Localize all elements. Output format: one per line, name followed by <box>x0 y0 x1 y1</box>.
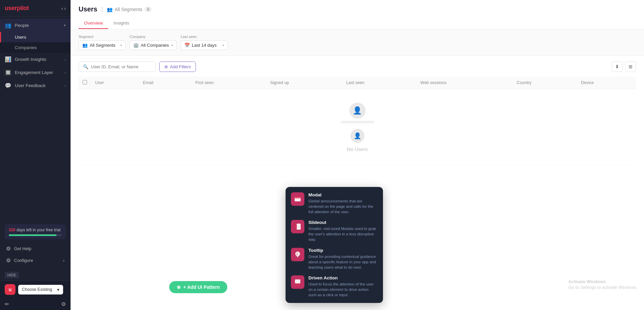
trial-box: 330 days left in your free trial <box>5 224 66 239</box>
download-button[interactable]: ⬇ <box>612 61 622 72</box>
activate-windows-line1: Activate Windows <box>568 279 637 284</box>
empty-avatar-2: 👤 <box>350 129 364 143</box>
growth-icon: 📊 <box>5 56 11 63</box>
col-user: User <box>91 77 139 89</box>
tab-overview[interactable]: Overview <box>79 18 108 29</box>
engagement-icon: 🔲 <box>5 69 11 76</box>
select-all-checkbox[interactable] <box>83 80 87 84</box>
last-seen-filter-select[interactable]: 📅 Last 14 days ▾ <box>181 40 228 50</box>
sidebar-item-label-feedback: User Feedback <box>15 83 65 88</box>
configure-icon: ⚙ <box>6 257 11 264</box>
add-filters-button[interactable]: ⊕ Add Filters <box>159 62 196 72</box>
feedback-icon: 💬 <box>5 82 11 89</box>
driven-action-icon <box>291 275 304 289</box>
table-empty-row: 👤 👤 No Users <box>79 89 636 166</box>
tooltip-icon: i <box>291 248 304 261</box>
modal-icon <box>291 192 304 206</box>
table-header-row: User Email First seen Signed up Last see… <box>79 77 636 89</box>
svg-point-4 <box>295 251 300 256</box>
page-title-row: Users | 👥 All Segments 0 <box>79 5 636 13</box>
sidebar-item-people[interactable]: 👥 People ▾ <box>0 19 71 32</box>
svg-rect-2 <box>297 224 301 230</box>
sidebar-item-companies[interactable]: Companies <box>0 42 71 53</box>
segment-filter-arrow-icon: ▾ <box>120 43 122 47</box>
table-actions-right: ⬇ ⊞ <box>612 61 636 72</box>
trial-bar-fill <box>9 234 56 236</box>
engagement-arrow-icon: › <box>65 71 66 75</box>
title-divider: | <box>101 6 103 13</box>
activate-windows-watermark: Activate Windows Go to Settings to activ… <box>568 279 637 290</box>
main-content: Users | 👥 All Segments 0 Overview Insigh… <box>71 0 644 310</box>
add-ui-pattern-button[interactable]: ⊕ + Add UI Pattern <box>169 281 227 293</box>
sidebar-item-engagement[interactable]: 🔲 Engagement Layer › <box>0 66 71 79</box>
modal-title: Modal <box>308 192 378 197</box>
svg-rect-7 <box>295 279 300 283</box>
tab-insights[interactable]: Insights <box>108 18 135 29</box>
sidebar-item-label-engagement: Engagement Layer <box>15 70 65 75</box>
userpilot-avatar-button[interactable]: u <box>5 284 15 295</box>
choose-existing-label: Choose Existing <box>22 287 52 292</box>
popup-item-driven-action[interactable]: Driven Action Used to focus the attentio… <box>291 275 378 298</box>
popup-item-slideout[interactable]: Slideout Smaller, mid-sized Modals used … <box>291 220 378 242</box>
sidebar-item-growth[interactable]: 📊 Growth Insights › <box>0 53 71 66</box>
tooltip-title: Tooltip <box>308 248 378 253</box>
no-users-text: No Users <box>347 146 368 152</box>
tooltip-text: Tooltip Great for providing contextual g… <box>308 248 378 270</box>
get-help-button[interactable]: ⚙ Get Help <box>5 243 66 255</box>
hide-button[interactable]: HIDE <box>5 272 19 278</box>
edit-button[interactable]: ✏ <box>5 301 9 307</box>
sidebar-bottom: 330 days left in your free trial ⚙ Get H… <box>0 221 71 270</box>
main-header: Users | 👥 All Segments 0 Overview Insigh… <box>71 0 644 29</box>
settings-button[interactable]: ⚙ <box>61 301 66 307</box>
company-filter-arrow-icon: ▾ <box>171 43 173 47</box>
last-seen-filter-icon: 📅 <box>184 43 190 48</box>
search-icon: 🔍 <box>83 64 88 69</box>
svg-marker-6 <box>297 256 299 258</box>
sidebar-toggle-button[interactable]: ‹ › <box>61 6 66 11</box>
sidebar-item-users[interactable]: Users <box>0 32 71 42</box>
col-first-seen: First seen <box>191 77 266 89</box>
columns-icon: ⊞ <box>629 64 633 69</box>
choose-existing-button[interactable]: Choose Existing ▾ <box>18 285 63 295</box>
people-arrow-icon: ▾ <box>64 23 66 28</box>
segment-filter-icon: 👥 <box>82 43 88 48</box>
company-filter-group: Company 🏢 All Companies ▾ <box>130 35 177 50</box>
company-filter-label: Company <box>130 35 177 39</box>
search-input[interactable] <box>91 64 152 69</box>
driven-action-text: Driven Action Used to focus the attentio… <box>308 275 378 298</box>
empty-bar <box>341 121 374 123</box>
col-email: Email <box>139 77 191 89</box>
segment-filter-value: All Segments <box>90 43 116 48</box>
add-ui-pattern-label: + Add UI Pattern <box>183 284 220 290</box>
add-filters-icon: ⊕ <box>164 64 168 69</box>
sidebar-item-feedback[interactable]: 💬 User Feedback › <box>0 79 71 92</box>
svg-rect-1 <box>295 197 301 198</box>
sidebar: userpilot ‹ › 👥 People ▾ Users Companies… <box>0 0 71 310</box>
add-filters-label: Add Filters <box>170 64 191 69</box>
popup-item-modal[interactable]: Modal Global announcements that are cent… <box>291 192 378 215</box>
hide-bar: HIDE <box>0 270 71 280</box>
driven-action-desc: Used to focus the attention of the user … <box>308 281 378 298</box>
last-seen-filter-arrow-icon: ▾ <box>222 43 224 47</box>
modal-text: Modal Global announcements that are cent… <box>308 192 378 215</box>
sidebar-item-label-people: People <box>15 23 64 28</box>
search-input-wrap: 🔍 <box>79 62 156 72</box>
configure-button[interactable]: ⚙ Configure › <box>5 255 66 266</box>
col-country: Country <box>513 77 577 89</box>
last-seen-filter-label: Last seen <box>181 35 228 39</box>
sidebar-item-label-growth: Growth Insights <box>15 57 65 62</box>
segment-filter-select[interactable]: 👥 All Segments ▾ <box>79 40 126 50</box>
segment-label-text: All Segments <box>115 7 142 12</box>
segment-icon: 👥 <box>107 7 113 12</box>
company-filter-select[interactable]: 🏢 All Companies ▾ <box>130 40 177 50</box>
columns-button[interactable]: ⊞ <box>625 61 636 72</box>
ui-pattern-popup: Modal Global announcements that are cent… <box>286 187 383 303</box>
get-help-label: Get Help <box>14 246 31 251</box>
tabs: Overview Insights <box>79 18 636 29</box>
empty-avatar-1: 👤 <box>349 103 366 119</box>
segment-count-badge: 0 <box>144 7 152 12</box>
last-seen-filter-value: Last 14 days <box>192 43 217 48</box>
sidebar-footer: u Choose Existing ▾ <box>0 280 71 298</box>
trial-text: 330 days left in your free trial <box>9 228 62 232</box>
popup-item-tooltip[interactable]: i Tooltip Great for providing contextual… <box>291 248 378 270</box>
